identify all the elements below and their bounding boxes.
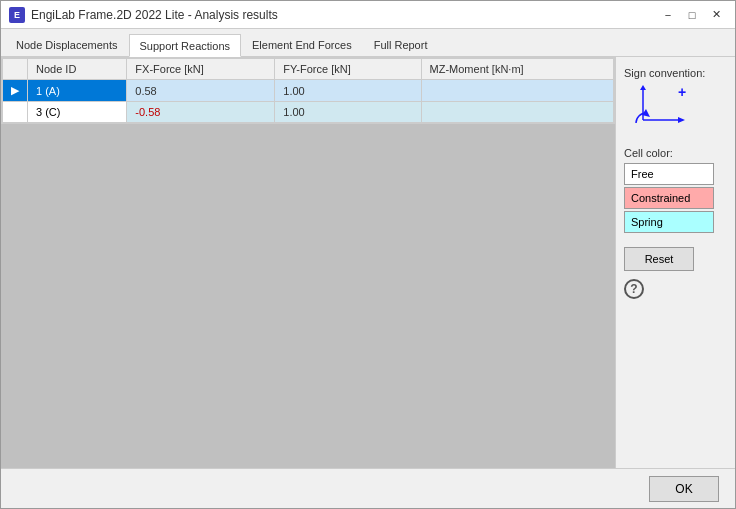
main-window: E EngiLab Frame.2D 2022 Lite - Analysis … [0, 0, 736, 509]
help-button[interactable]: ? [624, 279, 644, 299]
reset-button[interactable]: Reset [624, 247, 694, 271]
close-button[interactable]: ✕ [705, 6, 727, 24]
right-panel: Sign convention: + Cell color: Free [615, 57, 735, 468]
col-mz-moment: MZ-Moment [kN·m] [421, 59, 613, 80]
cell-mz-moment [421, 80, 613, 102]
bottom-bar: OK [1, 468, 735, 508]
tab-element-end-forces[interactable]: Element End Forces [241, 33, 363, 56]
table-row[interactable]: 3 (C) -0.58 1.00 [3, 102, 614, 123]
sign-convention-label: Sign convention: [624, 67, 705, 79]
col-fy-force: FY-Force [kN] [275, 59, 421, 80]
cell-color-free: Free [624, 163, 714, 185]
cell-color-label: Cell color: [624, 147, 673, 159]
window-controls: − □ ✕ [657, 6, 727, 24]
col-arrow [3, 59, 28, 80]
col-node-id: Node ID [28, 59, 127, 80]
table-row[interactable]: ▶ 1 (A) 0.58 1.00 [3, 80, 614, 102]
row-arrow-indicator [3, 102, 28, 123]
minimize-button[interactable]: − [657, 6, 679, 24]
cell-fy-force: 1.00 [275, 80, 421, 102]
content-area: Node ID FX-Force [kN] FY-Force [kN] MZ-M… [1, 57, 735, 468]
svg-text:+: + [678, 85, 686, 100]
table-wrapper: Node ID FX-Force [kN] FY-Force [kN] MZ-M… [1, 57, 615, 124]
ok-button[interactable]: OK [649, 476, 719, 502]
tab-bar: Node Displacements Support Reactions Ele… [1, 29, 735, 57]
tab-node-displacements[interactable]: Node Displacements [5, 33, 129, 56]
tab-support-reactions[interactable]: Support Reactions [129, 34, 242, 57]
window-title: EngiLab Frame.2D 2022 Lite - Analysis re… [31, 8, 657, 22]
col-fx-force: FX-Force [kN] [127, 59, 275, 80]
row-arrow-indicator: ▶ [3, 80, 28, 102]
svg-marker-1 [678, 117, 685, 123]
data-table: Node ID FX-Force [kN] FY-Force [kN] MZ-M… [2, 58, 614, 123]
cell-fy-force: 1.00 [275, 102, 421, 123]
cell-mz-moment [421, 102, 613, 123]
table-header-row: Node ID FX-Force [kN] FY-Force [kN] MZ-M… [3, 59, 614, 80]
cell-color-spring: Spring [624, 211, 714, 233]
sign-convention-icon: + [628, 85, 688, 135]
cell-fx-force: 0.58 [127, 80, 275, 102]
cell-color-constrained: Constrained [624, 187, 714, 209]
app-icon: E [9, 7, 25, 23]
cell-node-id: 3 (C) [28, 102, 127, 123]
cell-node-id: 1 (A) [28, 80, 127, 102]
tab-full-report[interactable]: Full Report [363, 33, 439, 56]
title-bar: E EngiLab Frame.2D 2022 Lite - Analysis … [1, 1, 735, 29]
left-panel: Node ID FX-Force [kN] FY-Force [kN] MZ-M… [1, 57, 615, 468]
maximize-button[interactable]: □ [681, 6, 703, 24]
svg-marker-3 [640, 85, 646, 90]
cell-fx-force: -0.58 [127, 102, 275, 123]
